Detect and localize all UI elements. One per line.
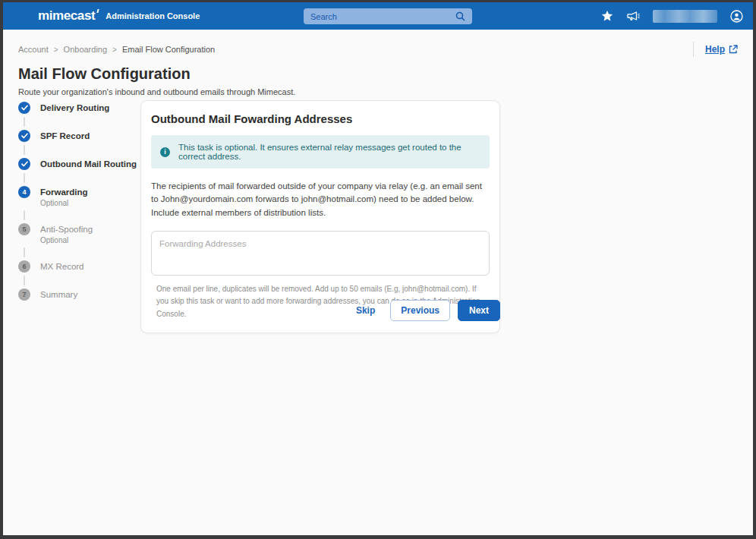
step-number-circle: 6	[18, 260, 30, 273]
breadcrumb-current-page: Email Flow Configuration	[122, 45, 215, 54]
help-link-label: Help	[705, 44, 725, 55]
wizard-actions: Skip Previous Next	[140, 300, 500, 321]
check-icon	[21, 161, 28, 167]
step-number-circle: 5	[18, 223, 30, 235]
step-label: MX Record	[40, 260, 84, 271]
vertical-divider	[693, 42, 694, 57]
step-completed-circle	[18, 158, 30, 170]
step-completed-circle	[18, 130, 30, 142]
info-icon	[160, 147, 170, 157]
page-header-row: Account > Onboarding > Email Flow Config…	[3, 30, 753, 57]
stepper-step-spf-record[interactable]: SPF Record	[18, 130, 141, 142]
user-avatar-icon[interactable]	[730, 10, 743, 23]
step-number: 4	[22, 188, 26, 196]
stepper-step-mx-record[interactable]: 6 MX Record	[18, 260, 141, 273]
step-connector	[24, 145, 25, 155]
step-number-circle: 7	[18, 288, 30, 301]
step-connector	[24, 173, 25, 183]
search-input[interactable]	[310, 12, 455, 21]
breadcrumb-onboarding[interactable]: Onboarding	[64, 45, 108, 54]
stepper-step-forwarding[interactable]: 4 Forwarding Optional	[18, 186, 141, 207]
step-connector	[24, 247, 25, 257]
check-icon	[21, 133, 28, 139]
forwarding-addresses-card: Outbound Mail Fowarding Addresses This t…	[140, 100, 500, 333]
step-connector	[24, 276, 25, 285]
instructions-text: The recipients of mail forwarded outside…	[151, 180, 488, 219]
hamburger-menu-icon[interactable]	[13, 11, 27, 20]
stepper-step-summary[interactable]: 7 Summary	[18, 288, 141, 301]
page-title: Mail Flow Configuration	[18, 65, 738, 83]
step-number: 5	[22, 225, 26, 233]
optional-task-info-banner: This task is optional. It ensures extern…	[151, 135, 490, 169]
step-label: Anti-Spoofing	[40, 223, 93, 234]
breadcrumb: Account > Onboarding > Email Flow Config…	[18, 45, 215, 54]
step-label: Forwarding	[40, 186, 88, 197]
breadcrumb-separator: >	[54, 46, 58, 54]
global-search[interactable]	[304, 8, 472, 24]
favorites-star-icon[interactable]	[601, 11, 613, 22]
breadcrumb-separator: >	[112, 46, 117, 54]
announcements-megaphone-icon[interactable]	[626, 11, 640, 22]
app-window: mimecast Administration Console	[0, 0, 756, 539]
breadcrumb-account[interactable]: Account	[18, 45, 49, 54]
previous-button[interactable]: Previous	[390, 300, 450, 321]
stepper-step-outbound-mail-routing[interactable]: Outbound Mail Routing	[18, 158, 141, 170]
help-link[interactable]: Help	[705, 44, 738, 55]
product-name: Administration Console	[106, 11, 200, 20]
step-number: 6	[22, 263, 26, 270]
mimecast-logo: mimecast	[38, 8, 95, 24]
external-link-icon	[729, 45, 738, 54]
step-number: 7	[22, 291, 26, 298]
page-subtitle: Route your organization's inbound and ou…	[18, 87, 738, 96]
step-connector	[24, 117, 25, 127]
top-navigation-bar: mimecast Administration Console	[3, 2, 753, 30]
info-banner-text: This task is optional. It ensures extern…	[178, 143, 480, 161]
card-title: Outbound Mail Fowarding Addresses	[151, 112, 490, 125]
step-optional-tag: Optional	[40, 236, 93, 244]
stepper-step-delivery-routing[interactable]: Delivery Routing	[18, 102, 141, 114]
step-label: Outbound Mail Routing	[40, 158, 137, 169]
topbar-right-group	[601, 10, 743, 23]
redacted-account-name	[653, 10, 717, 23]
step-connector	[24, 210, 25, 220]
next-button[interactable]: Next	[458, 300, 500, 321]
step-label: Summary	[40, 288, 77, 299]
search-icon[interactable]	[455, 11, 465, 21]
wizard-stepper: Delivery Routing SPF Record Outbound Mai…	[18, 102, 141, 301]
stepper-step-anti-spoofing[interactable]: 5 Anti-Spoofing Optional	[18, 223, 141, 244]
step-completed-circle	[18, 102, 30, 114]
skip-button[interactable]: Skip	[356, 305, 375, 316]
step-number-circle: 4	[18, 186, 30, 198]
step-label: SPF Record	[40, 130, 90, 140]
forwarding-addresses-textarea[interactable]	[151, 231, 490, 276]
step-label: Delivery Routing	[40, 102, 109, 112]
step-optional-tag: Optional	[40, 199, 88, 207]
check-icon	[21, 105, 28, 111]
help-area: Help	[693, 42, 738, 57]
